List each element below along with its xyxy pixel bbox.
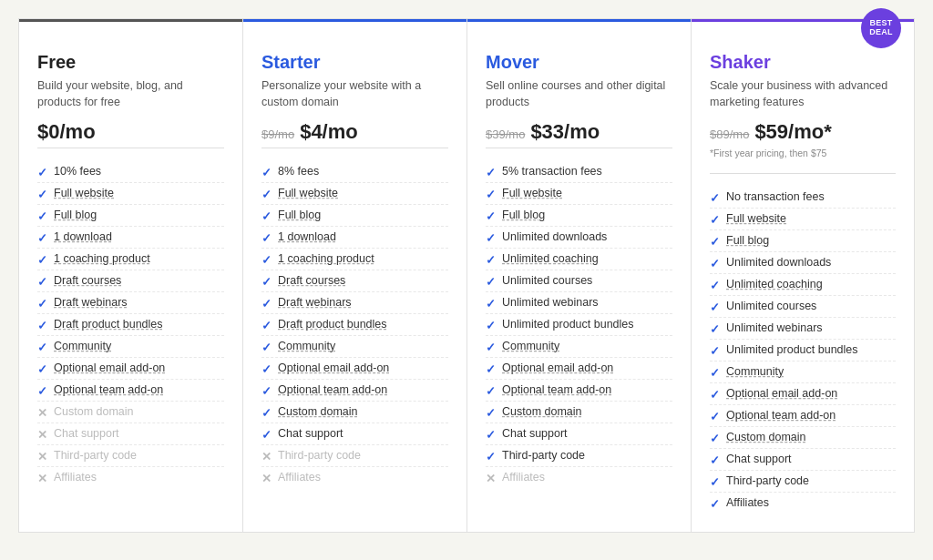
- price-current-free: $0/mo: [37, 120, 96, 144]
- feature-label[interactable]: Draft webinars: [278, 296, 352, 309]
- check-yes-icon: ✓: [261, 341, 272, 354]
- feature-label[interactable]: Full blog: [278, 209, 321, 221]
- feature-label[interactable]: Unlimited coaching: [726, 278, 823, 290]
- check-yes-icon: ✓: [710, 453, 720, 467]
- check-yes-icon: ✓: [261, 297, 272, 311]
- check-no-icon: ✕: [37, 406, 47, 420]
- feature-label[interactable]: Draft courses: [54, 274, 121, 287]
- feature-label[interactable]: Full blog: [502, 209, 545, 221]
- feature-label[interactable]: Optional email add-on: [54, 361, 165, 374]
- feature-label[interactable]: Community: [502, 340, 559, 352]
- plan-card-free: FreeBuild your website, blog, and produc…: [18, 18, 242, 533]
- feature-label[interactable]: Optional team add-on: [278, 383, 387, 396]
- check-yes-icon: ✓: [261, 166, 272, 179]
- check-yes-icon: ✓: [37, 275, 47, 289]
- feature-label[interactable]: 1 download: [278, 230, 336, 243]
- feature-label[interactable]: Optional team add-on: [54, 383, 163, 396]
- feature-label[interactable]: 1 coaching product: [278, 252, 374, 265]
- feature-label: Affiliates: [278, 471, 321, 484]
- feature-label[interactable]: 1 coaching product: [54, 252, 150, 265]
- feature-item: ✓Affiliates: [710, 493, 896, 514]
- feature-label: Third-party code: [502, 449, 585, 462]
- feature-item: ✓Unlimited courses: [710, 296, 896, 318]
- divider-starter: [261, 148, 448, 148]
- feature-label[interactable]: Full blog: [726, 234, 769, 247]
- check-yes-icon: ✓: [261, 428, 272, 442]
- feature-item: ✓Unlimited webinars: [486, 292, 672, 314]
- plan-name-mover: Mover: [486, 52, 672, 73]
- feature-label[interactable]: 1 download: [54, 230, 112, 243]
- divider-free: [37, 148, 224, 148]
- feature-label: Unlimited webinars: [502, 296, 599, 309]
- feature-label[interactable]: Custom domain: [502, 405, 582, 418]
- feature-label[interactable]: Draft courses: [278, 274, 345, 287]
- check-yes-icon: ✓: [37, 297, 47, 311]
- plan-top-bar-mover: [467, 19, 691, 22]
- feature-label[interactable]: Custom domain: [278, 405, 358, 418]
- feature-item: ✓Custom domain: [710, 427, 896, 449]
- check-yes-icon: ✓: [37, 209, 47, 223]
- feature-item: ✓Full blog: [261, 205, 448, 227]
- feature-item: ✓Third-party code: [486, 445, 672, 467]
- feature-item: ✓Draft product bundles: [261, 314, 448, 336]
- feature-label: 5% transaction fees: [502, 165, 602, 178]
- check-yes-icon: ✓: [37, 384, 47, 398]
- feature-item: ✓Third-party code: [710, 471, 896, 493]
- check-yes-icon: ✓: [486, 209, 496, 223]
- feature-item: ✓8% fees: [261, 161, 448, 183]
- feature-item: ✕Affiliates: [261, 467, 448, 488]
- feature-item: ✓Optional email add-on: [261, 358, 448, 380]
- check-yes-icon: ✓: [710, 213, 720, 227]
- check-yes-icon: ✓: [486, 362, 496, 376]
- feature-item: ✓Optional team add-on: [261, 380, 448, 402]
- plan-name-free: Free: [37, 52, 224, 73]
- feature-label: Chat support: [54, 427, 119, 440]
- feature-item: ✓Optional email add-on: [710, 383, 896, 405]
- feature-label[interactable]: Community: [726, 365, 784, 378]
- feature-item: ✓Unlimited coaching: [486, 249, 672, 270]
- check-yes-icon: ✓: [261, 362, 272, 376]
- feature-item: ✓Draft webinars: [37, 292, 224, 314]
- check-no-icon: ✕: [37, 428, 47, 442]
- feature-label[interactable]: Full website: [502, 187, 562, 199]
- plan-name-starter: Starter: [261, 52, 448, 73]
- price-old-shaker: $89/mo: [710, 127, 749, 141]
- plan-pricing-mover: $39/mo$33/mo: [486, 120, 672, 144]
- feature-label[interactable]: Community: [54, 340, 111, 352]
- feature-label: Third-party code: [54, 449, 137, 462]
- check-yes-icon: ✓: [261, 253, 272, 267]
- feature-label[interactable]: Optional team add-on: [502, 383, 611, 396]
- feature-label[interactable]: Optional email add-on: [726, 387, 837, 400]
- feature-item: ✓Full blog: [710, 230, 896, 252]
- feature-label[interactable]: Optional team add-on: [726, 409, 836, 422]
- feature-label[interactable]: Community: [278, 340, 335, 352]
- feature-label: Unlimited webinars: [726, 321, 823, 334]
- feature-label[interactable]: Optional email add-on: [278, 361, 389, 374]
- feature-label[interactable]: Unlimited coaching: [502, 252, 599, 265]
- check-yes-icon: ✓: [486, 188, 496, 201]
- feature-label[interactable]: Custom domain: [726, 431, 806, 443]
- feature-label: Unlimited courses: [502, 274, 592, 287]
- features-list-free: ✓10% fees✓Full website✓Full blog✓1 downl…: [37, 161, 224, 488]
- feature-label[interactable]: Draft webinars: [54, 296, 128, 309]
- feature-item: ✓Community: [261, 336, 448, 358]
- check-yes-icon: ✓: [710, 279, 720, 292]
- feature-label[interactable]: Full website: [278, 187, 338, 199]
- feature-label[interactable]: Draft product bundles: [278, 318, 387, 331]
- feature-label[interactable]: Full website: [726, 212, 786, 225]
- feature-item: ✓Custom domain: [261, 402, 448, 423]
- feature-label[interactable]: Optional email add-on: [502, 361, 613, 374]
- feature-label[interactable]: Draft product bundles: [54, 318, 163, 331]
- feature-label: Third-party code: [726, 474, 809, 487]
- feature-item: ✕Custom domain: [37, 402, 224, 423]
- feature-label[interactable]: Full blog: [54, 209, 97, 221]
- feature-item: ✓Community: [486, 336, 672, 358]
- price-note-shaker: *First year pricing, then $75: [710, 148, 896, 158]
- feature-item: ✓Full website: [486, 183, 672, 205]
- price-old-mover: $39/mo: [486, 127, 525, 141]
- check-yes-icon: ✓: [486, 319, 496, 332]
- check-yes-icon: ✓: [710, 344, 720, 358]
- feature-label[interactable]: Full website: [54, 187, 114, 199]
- feature-item: ✕Chat support: [37, 423, 224, 445]
- check-yes-icon: ✓: [710, 235, 720, 249]
